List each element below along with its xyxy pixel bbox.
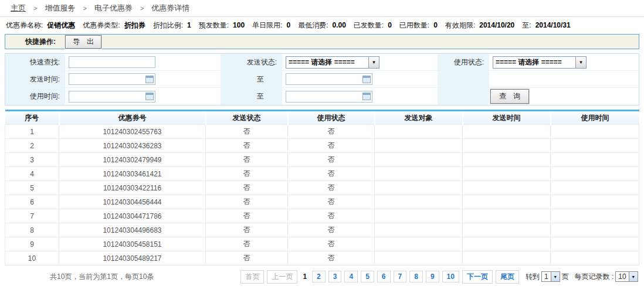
- coupon-table: 序号优惠券号发送状态使用状态发送对象发送时间使用时间 1101240302455…: [5, 110, 639, 265]
- chevron-down-icon[interactable]: ▼: [575, 57, 586, 68]
- table-row: 8101240304496683否否: [5, 223, 639, 237]
- current-page: 1: [300, 271, 309, 282]
- table-cell-index: 6: [5, 195, 59, 209]
- use-status-label: 使用状态:: [438, 54, 489, 71]
- table-cell-use-status: 否: [288, 209, 375, 223]
- last-page-button[interactable]: 尾页: [496, 270, 519, 284]
- table-cell-send-status: 否: [206, 223, 288, 237]
- table-cell-send-target: [375, 223, 463, 237]
- breadcrumb-separator: >: [83, 5, 86, 12]
- table-cell-index: 9: [5, 237, 59, 251]
- table-cell-send-time: [463, 139, 551, 153]
- use-time-to-input[interactable]: [286, 91, 372, 103]
- send-status-select[interactable]: ===== 请选择 ===== ▼: [286, 56, 379, 69]
- table-row: 2101240302436283否否: [5, 139, 639, 153]
- page-button[interactable]: 7: [394, 271, 407, 282]
- send-time-to-label: 至: [257, 74, 264, 84]
- table-cell-coupon-no: 101240302479949: [59, 153, 206, 167]
- page-summary: 共10页，当前为第1页，每页10条: [50, 272, 154, 282]
- table-row: 4101240303461421否否: [5, 167, 639, 181]
- goto-label: 转到: [526, 272, 540, 282]
- coupon-info-bar: 优惠券名称:促销优惠优惠券类型:折扣券折扣比例:1预发数量:100单日限用:0最…: [0, 17, 644, 33]
- page-button[interactable]: 6: [377, 271, 391, 282]
- table-cell-use-status: 否: [288, 251, 375, 265]
- table-cell-send-time: [463, 153, 551, 167]
- table-cell-use-time: [551, 195, 639, 209]
- chevron-down-icon[interactable]: ▼: [551, 272, 560, 281]
- info-field-value: 2014/10/31: [535, 21, 571, 29]
- table-cell-index: 8: [5, 223, 59, 237]
- table-cell-coupon-no: 101240303422116: [59, 181, 206, 195]
- table-cell-send-target: [375, 153, 463, 167]
- table-row: 6101240304456444否否: [5, 195, 639, 209]
- table-cell-use-status: 否: [288, 139, 375, 153]
- table-cell-index: 7: [5, 209, 59, 223]
- use-time-from-input[interactable]: [69, 91, 155, 103]
- per-page-select[interactable]: 10 ▼: [615, 271, 638, 282]
- calendar-icon[interactable]: [362, 93, 371, 100]
- table-cell-use-status: 否: [288, 153, 375, 167]
- breadcrumb-e-coupon[interactable]: 电子优惠券: [94, 3, 133, 13]
- table-cell-send-target: [375, 237, 463, 251]
- table-cell-send-status: 否: [206, 237, 288, 251]
- first-page-button[interactable]: 首页: [240, 270, 264, 284]
- search-button[interactable]: 查 询: [490, 89, 529, 104]
- page-button[interactable]: 3: [328, 271, 342, 282]
- table-cell-send-time: [463, 223, 551, 237]
- chevron-down-icon[interactable]: ▼: [629, 272, 638, 281]
- breadcrumb-separator: >: [140, 5, 144, 12]
- send-time-from-input[interactable]: [69, 73, 155, 85]
- page-links: 2345678910: [312, 271, 462, 282]
- export-button[interactable]: 导 出: [65, 35, 101, 49]
- info-field: 已发数量:0: [354, 21, 392, 30]
- info-field-value: 0: [433, 21, 438, 29]
- table-cell-coupon-no: 101240305489217: [59, 251, 206, 265]
- table-cell-send-status: 否: [206, 195, 288, 209]
- breadcrumb-value-added-services[interactable]: 增值服务: [45, 3, 75, 13]
- table-cell-use-time: [551, 251, 639, 265]
- table-cell-use-status: 否: [288, 223, 375, 237]
- chevron-down-icon[interactable]: ▼: [368, 57, 379, 68]
- send-time-label: 发送时间:: [5, 71, 65, 88]
- table-row: 9101240305458151否否: [5, 237, 639, 251]
- use-status-select[interactable]: ===== 请选择 ===== ▼: [493, 56, 587, 69]
- page-button[interactable]: 5: [361, 271, 374, 282]
- table-cell-use-time: [551, 237, 639, 251]
- quick-search-label: 快速查找:: [5, 54, 65, 71]
- table-cell-use-status: 否: [288, 237, 375, 251]
- table-cell-send-status: 否: [206, 153, 288, 167]
- info-field-value: 0: [388, 21, 392, 29]
- page-button[interactable]: 4: [344, 271, 358, 282]
- quick-search-input[interactable]: [69, 56, 155, 68]
- page-button[interactable]: 9: [426, 271, 439, 282]
- per-page-label: 每页记录数 :: [575, 272, 614, 282]
- table-cell-send-time: [463, 251, 551, 265]
- page-button[interactable]: 8: [409, 271, 423, 282]
- calendar-icon[interactable]: [145, 76, 154, 83]
- info-field: 已用数量:0: [399, 21, 438, 30]
- page-button[interactable]: 10: [442, 271, 459, 282]
- table-cell-use-time: [551, 181, 639, 195]
- info-field-value: 0.00: [332, 21, 345, 29]
- page-button[interactable]: 2: [312, 271, 326, 282]
- prev-page-button[interactable]: 上一页: [267, 270, 297, 284]
- send-time-to-input[interactable]: [286, 73, 372, 85]
- calendar-icon[interactable]: [362, 76, 371, 83]
- quick-action-label: 快捷操作:: [25, 37, 56, 47]
- breadcrumb-home[interactable]: 主页: [11, 3, 26, 13]
- next-page-button[interactable]: 下一页: [462, 270, 493, 284]
- table-cell-send-target: [375, 167, 463, 181]
- calendar-icon[interactable]: [145, 93, 154, 100]
- table-cell-use-time: [551, 139, 639, 153]
- table-cell-coupon-no: 101240303461421: [59, 167, 206, 181]
- goto-page-select[interactable]: 1 ▼: [541, 271, 560, 282]
- breadcrumb-separator: >: [33, 5, 37, 12]
- info-field: 最低消费:0.00: [298, 21, 346, 30]
- info-field-label: 有效期限:: [445, 21, 475, 29]
- table-row: 10101240305489217否否: [5, 251, 639, 265]
- breadcrumb-coupon-detail: 优惠券详情: [151, 3, 189, 13]
- info-field: 单日限用:0: [252, 21, 290, 30]
- table-cell-index: 4: [5, 167, 59, 181]
- table-cell-index: 5: [5, 181, 59, 195]
- info-field: 折扣比例:1: [153, 21, 191, 30]
